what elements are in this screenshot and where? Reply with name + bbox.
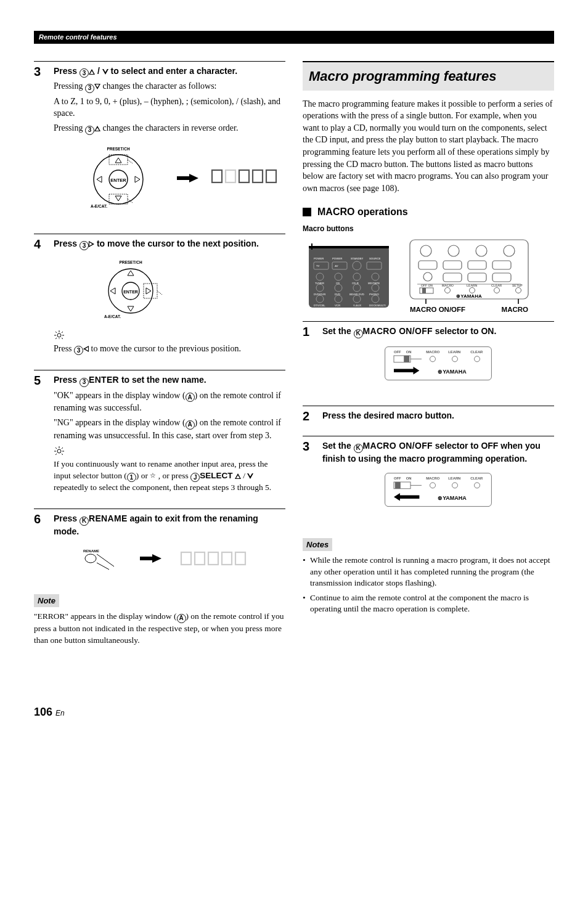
macro-step-3: 3 Set the KMACRO ON/OFF selector to OFF … bbox=[303, 436, 554, 519]
text: repeatedly to select the component, then… bbox=[54, 483, 271, 492]
step-number: 1 bbox=[303, 325, 314, 338]
circled-3-icon: 3 bbox=[74, 346, 83, 355]
dial-graphic: ENTER bbox=[72, 141, 165, 215]
columns: 3 Press 3 / to select and enter a charac… bbox=[34, 61, 554, 649]
step-heading: Press 3 / to select and enter a characte… bbox=[54, 65, 285, 78]
svg-marker-106 bbox=[394, 367, 419, 375]
macro-step-1: 1 Set the KMACRO ON/OFF selector to ON. … bbox=[303, 321, 554, 393]
tip-icon bbox=[54, 446, 285, 459]
text: selector to ON. bbox=[433, 326, 496, 336]
svg-rect-86 bbox=[492, 273, 511, 282]
svg-point-83 bbox=[423, 272, 432, 281]
svg-line-47 bbox=[97, 563, 109, 570]
svg-line-40 bbox=[55, 447, 57, 449]
triangle-right-icon bbox=[89, 241, 94, 247]
step-number: 3 bbox=[303, 440, 314, 452]
circled-3-icon: 3 bbox=[85, 84, 94, 93]
svg-point-91 bbox=[470, 288, 475, 293]
step-number: 5 bbox=[34, 374, 45, 386]
notes-block: Notes While the remote control is runnin… bbox=[303, 532, 554, 615]
svg-marker-6 bbox=[135, 176, 140, 182]
svg-line-35 bbox=[62, 332, 63, 333]
dial-graphic: ENTER PRESET/CH A-E/CAT. bbox=[91, 256, 171, 324]
circled-3-icon: 3 bbox=[80, 241, 89, 250]
text: changes the character as follows: bbox=[100, 81, 217, 91]
svg-rect-85 bbox=[468, 273, 486, 282]
svg-rect-51 bbox=[208, 552, 218, 565]
seg-display bbox=[180, 550, 254, 567]
svg-text:PRESET/CH: PRESET/CH bbox=[107, 147, 130, 151]
svg-text:OFFONMACROLEARNCLEAR: OFFONMACROLEARNCLEAR bbox=[394, 350, 483, 354]
step-heading: Set the KMACRO ON/OFF selector to ON. bbox=[322, 325, 554, 338]
svg-point-75 bbox=[420, 245, 431, 256]
paragraph: "NG" appears in the display window (A) o… bbox=[54, 417, 285, 441]
svg-rect-79 bbox=[419, 261, 437, 269]
svg-rect-15 bbox=[253, 170, 263, 182]
svg-marker-5 bbox=[97, 176, 102, 182]
note-text: "ERROR" appears in the display window (A… bbox=[34, 611, 285, 646]
triangle-left-icon bbox=[83, 346, 89, 352]
remote-top-graphic: POWERPOWERSTANDBYSOURCE TVAV TUNERCDCD-R… bbox=[303, 237, 395, 317]
text: "OK" appears in the display window ( bbox=[54, 391, 186, 400]
svg-point-103 bbox=[430, 356, 436, 361]
circled-k-icon: K bbox=[354, 329, 363, 338]
svg-marker-4 bbox=[115, 196, 121, 201]
text: to set the new name. bbox=[119, 375, 206, 385]
text: Press bbox=[54, 344, 74, 353]
svg-rect-89 bbox=[422, 288, 426, 293]
text: to move the cursor to the previous posit… bbox=[89, 344, 241, 353]
select-label: SELECT bbox=[200, 471, 232, 480]
svg-rect-53 bbox=[235, 552, 245, 565]
text: "ERROR" appears in the display window ( bbox=[34, 611, 177, 621]
note-block: Note "ERROR" appears in the display wind… bbox=[34, 588, 285, 647]
svg-point-76 bbox=[448, 245, 459, 256]
sub-heading: Macro buttons bbox=[303, 224, 554, 234]
note-label: Note bbox=[34, 594, 59, 608]
svg-point-104 bbox=[452, 356, 458, 361]
text: Pressing bbox=[54, 81, 85, 91]
triangle-up-icon bbox=[94, 126, 100, 131]
list-item: While the remote control is running a ma… bbox=[303, 555, 554, 589]
text: to select and enter a character. bbox=[108, 66, 237, 76]
step-number: 4 bbox=[34, 238, 45, 250]
svg-point-93 bbox=[516, 288, 521, 293]
svg-point-36 bbox=[57, 449, 61, 453]
triangle-down-icon bbox=[94, 84, 100, 89]
cursor-dial-figure: ENTER bbox=[72, 141, 285, 215]
step-number: 3 bbox=[34, 65, 45, 78]
circled-a-icon: A bbox=[186, 393, 195, 402]
paragraph: "OK" appears in the display window (A) o… bbox=[54, 390, 285, 414]
circled-3-icon: 3 bbox=[80, 378, 89, 387]
text: Press bbox=[54, 239, 80, 248]
svg-point-27 bbox=[57, 333, 61, 337]
macro-onoff-label: MACRO ON/OFF bbox=[363, 326, 433, 336]
circled-1-icon: 1 bbox=[127, 473, 136, 482]
caption-macro-onoff: MACRO ON/OFF bbox=[410, 305, 465, 315]
square-bullet-icon bbox=[303, 208, 311, 216]
step-heading: Press 3 to move the cursor to the next p… bbox=[54, 238, 285, 251]
tip-text: If you continuously want to rename anoth… bbox=[54, 459, 285, 494]
h3-text: MACRO operations bbox=[317, 205, 408, 219]
svg-rect-16 bbox=[266, 170, 276, 182]
text: Set the bbox=[322, 441, 354, 451]
h3-row: MACRO operations bbox=[303, 205, 554, 219]
star-icon: ☆ bbox=[150, 472, 156, 479]
svg-line-33 bbox=[62, 338, 63, 339]
svg-marker-21 bbox=[128, 306, 134, 311]
notes-label: Notes bbox=[303, 538, 332, 552]
svg-point-90 bbox=[445, 288, 451, 293]
step-3: 3 Press 3 / to select and enter a charac… bbox=[34, 61, 285, 221]
step-heading: Set the KMACRO ON/OFF selector to OFF wh… bbox=[322, 440, 554, 464]
circled-3-icon: 3 bbox=[80, 68, 89, 78]
left-column: 3 Press 3 / to select and enter a charac… bbox=[34, 61, 285, 649]
svg-point-114 bbox=[452, 483, 458, 488]
svg-point-92 bbox=[494, 288, 500, 293]
paragraph: A to Z, 1 to 9, 0, + (plus), – (hyphen),… bbox=[54, 96, 285, 120]
feature-title: Macro programming features bbox=[309, 67, 548, 86]
text: ) or bbox=[136, 471, 150, 480]
svg-rect-82 bbox=[492, 261, 511, 269]
step-number: 6 bbox=[34, 513, 45, 525]
circled-k-icon: K bbox=[80, 517, 89, 526]
svg-point-105 bbox=[475, 356, 480, 361]
triangle-down-icon bbox=[247, 473, 253, 479]
